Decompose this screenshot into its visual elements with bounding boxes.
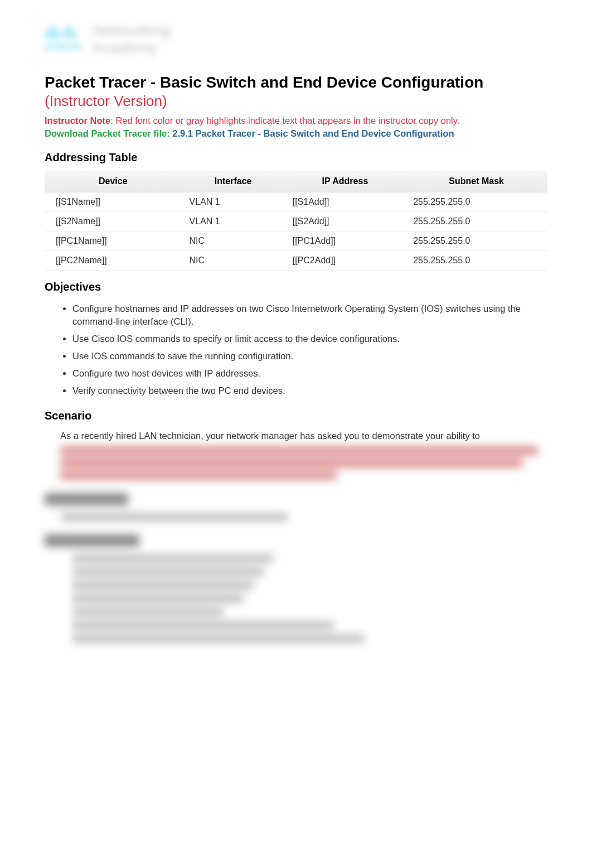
cisco-wordmark: cisco	[45, 38, 81, 54]
section-addressing: Addressing Table	[45, 151, 547, 164]
list-item: Configure hostnames and IP addresses on …	[72, 300, 547, 330]
page-title: Packet Tracer - Basic Switch and End Dev…	[45, 74, 547, 91]
download-label: Download Packet Tracer file:	[45, 128, 172, 138]
table-row: [[PC1Name]] NIC [[PC1Add]] 255.255.255.0	[45, 231, 547, 250]
list-item: Use Cisco IOS commands to specify or lim…	[72, 330, 547, 348]
table-row: [[PC2Name]] NIC [[PC2Add]] 255.255.255.0	[45, 250, 547, 270]
blurred-content	[45, 446, 547, 643]
table-row: [[S1Name]] VLAN 1 [[S1Add]] 255.255.255.…	[45, 192, 547, 211]
cisco-bars-icon	[45, 26, 77, 38]
objectives-list: Configure hostnames and IP addresses on …	[72, 300, 547, 400]
scenario-text: As a recently hired LAN technician, your…	[60, 429, 547, 443]
instructor-note: Instructor Note: Red font color or gray …	[45, 115, 547, 126]
section-objectives: Objectives	[45, 281, 547, 293]
list-item: Configure two host devices with IP addre…	[72, 365, 547, 382]
th-ip: IP Address	[285, 171, 405, 192]
download-line: Download Packet Tracer file: 2.9.1 Packe…	[45, 128, 547, 139]
logo-product: Networking Academy	[93, 22, 171, 57]
list-item: Use IOS commands to save the running con…	[72, 348, 547, 365]
table-row: [[S2Name]] VLAN 1 [[S2Add]] 255.255.255.…	[45, 211, 547, 231]
th-mask: Subnet Mask	[405, 171, 547, 192]
download-link[interactable]: 2.9.1 Packet Tracer - Basic Switch and E…	[172, 128, 454, 138]
th-device: Device	[45, 171, 182, 192]
page-subtitle: (Instructor Version)	[45, 93, 547, 110]
addressing-table: Device Interface IP Address Subnet Mask …	[45, 171, 547, 271]
th-interface: Interface	[182, 171, 285, 192]
instructor-note-text: : Red font color or gray highlights indi…	[110, 115, 459, 126]
logo-header: cisco Networking Academy	[45, 22, 547, 57]
section-scenario: Scenario	[45, 409, 547, 422]
list-item: Verify connectivity between the two PC e…	[72, 382, 547, 399]
instructor-note-label: Instructor Note	[45, 115, 110, 126]
